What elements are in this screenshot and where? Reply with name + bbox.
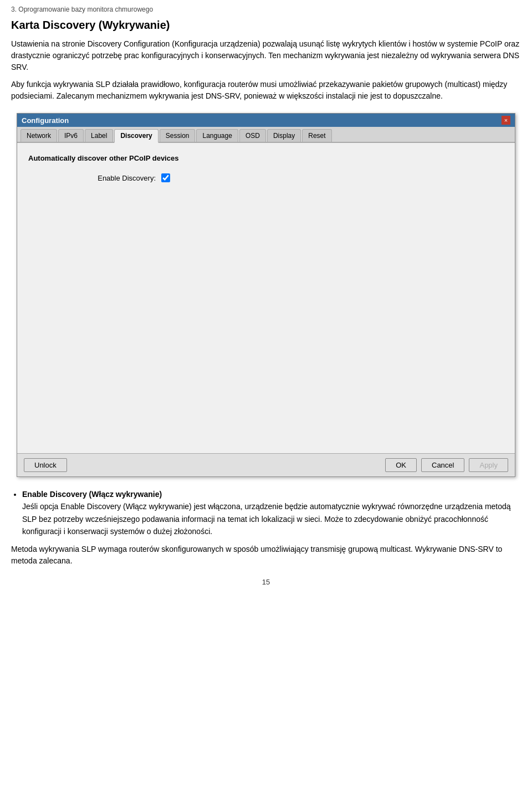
- tab-display[interactable]: Display: [267, 129, 301, 142]
- dialog-footer: Unlock OK Cancel Apply: [17, 453, 515, 476]
- ok-button[interactable]: OK: [385, 458, 417, 472]
- dialog-title: Configuration: [22, 116, 69, 125]
- breadcrumb: 3. Oprogramowanie bazy monitora chmurowe…: [11, 6, 521, 13]
- bullet-list: Enable Discovery (Włącz wykrywanie) Jeśl…: [11, 488, 521, 538]
- tab-reset[interactable]: Reset: [302, 129, 331, 142]
- dialog-section-title: Automatically discover other PCoIP devic…: [28, 154, 504, 162]
- configuration-dialog: Configuration × Network IPv6 Label Disco…: [17, 113, 515, 477]
- intro-paragraph-2: Aby funkcja wykrywania SLP działała praw…: [11, 79, 521, 102]
- footer-right-buttons: OK Cancel Apply: [385, 458, 508, 472]
- page-title: Karta Discovery (Wykrywanie): [11, 19, 521, 32]
- dialog-tabs: Network IPv6 Label Discovery Session Lan…: [17, 127, 515, 143]
- bullet-text: Jeśli opcja Enable Discovery (Włącz wykr…: [22, 502, 511, 536]
- tab-network[interactable]: Network: [21, 129, 57, 142]
- enable-discovery-checkbox[interactable]: [161, 173, 170, 182]
- tab-discovery[interactable]: Discovery: [114, 129, 158, 143]
- unlock-button[interactable]: Unlock: [24, 458, 67, 472]
- bullet-title: Enable Discovery (Włącz wykrywanie): [22, 490, 162, 499]
- footer-paragraph: Metoda wykrywania SLP wymaga routerów sk…: [11, 543, 521, 567]
- enable-discovery-row: Enable Discovery:: [28, 173, 504, 182]
- intro-paragraph-1: Ustawienia na stronie Discovery Configur…: [11, 38, 521, 73]
- dialog-close-button[interactable]: ×: [502, 116, 510, 125]
- tab-ipv6[interactable]: IPv6: [58, 129, 84, 142]
- page-number: 15: [11, 578, 521, 586]
- footer-left-buttons: Unlock: [24, 458, 67, 472]
- apply-button[interactable]: Apply: [469, 458, 508, 472]
- dialog-content: Automatically discover other PCoIP devic…: [17, 143, 515, 453]
- list-item-enable-discovery: Enable Discovery (Włącz wykrywanie) Jeśl…: [22, 488, 521, 538]
- tab-language[interactable]: Language: [196, 129, 238, 142]
- cancel-button[interactable]: Cancel: [421, 458, 464, 472]
- enable-discovery-label: Enable Discovery:: [84, 174, 156, 182]
- tab-label[interactable]: Label: [85, 129, 113, 142]
- tab-osd[interactable]: OSD: [239, 129, 266, 142]
- dialog-titlebar: Configuration ×: [17, 114, 515, 127]
- tab-session[interactable]: Session: [160, 129, 196, 142]
